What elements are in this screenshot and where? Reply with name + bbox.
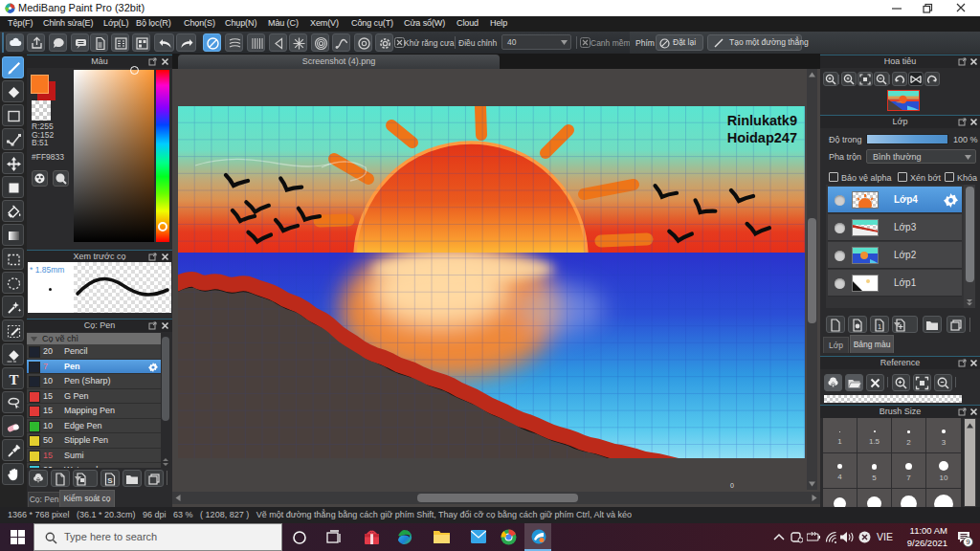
svg-text:1: 1 bbox=[878, 322, 881, 331]
svg-text:Rinlukatk9: Rinlukatk9 bbox=[727, 113, 797, 128]
svg-text:Hoidap247: Hoidap247 bbox=[727, 130, 797, 145]
svg-text:T: T bbox=[9, 372, 18, 387]
svg-text:S: S bbox=[107, 476, 113, 485]
